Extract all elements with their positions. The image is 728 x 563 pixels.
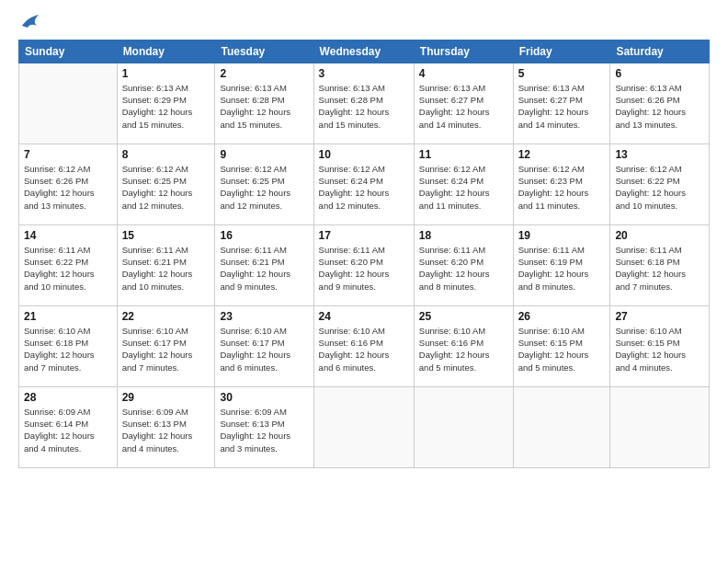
day-number: 27: [615, 310, 704, 323]
calendar-cell: 18Sunrise: 6:11 AM Sunset: 6:20 PM Dayli…: [414, 224, 513, 305]
calendar-cell: 10Sunrise: 6:12 AM Sunset: 6:24 PM Dayli…: [313, 144, 414, 224]
col-header-tuesday: Tuesday: [215, 40, 313, 63]
day-number: 5: [518, 67, 606, 80]
calendar-cell: 21Sunrise: 6:10 AM Sunset: 6:18 PM Dayli…: [19, 305, 118, 386]
calendar-cell: 5Sunrise: 6:13 AM Sunset: 6:27 PM Daylig…: [513, 63, 610, 144]
day-info: Sunrise: 6:10 AM Sunset: 6:16 PM Dayligh…: [419, 325, 508, 373]
calendar-cell: 29Sunrise: 6:09 AM Sunset: 6:13 PM Dayli…: [117, 386, 215, 467]
calendar-cell: 7Sunrise: 6:12 AM Sunset: 6:26 PM Daylig…: [19, 144, 118, 224]
day-number: 28: [24, 391, 112, 404]
day-info: Sunrise: 6:11 AM Sunset: 6:20 PM Dayligh…: [419, 244, 508, 293]
calendar-cell: 11Sunrise: 6:12 AM Sunset: 6:24 PM Dayli…: [414, 144, 513, 224]
day-info: Sunrise: 6:10 AM Sunset: 6:17 PM Dayligh…: [122, 325, 210, 373]
calendar-week-row: 14Sunrise: 6:11 AM Sunset: 6:22 PM Dayli…: [19, 224, 710, 305]
day-info: Sunrise: 6:13 AM Sunset: 6:27 PM Dayligh…: [518, 82, 606, 131]
day-number: 11: [419, 148, 508, 161]
day-info: Sunrise: 6:09 AM Sunset: 6:14 PM Dayligh…: [24, 406, 112, 454]
day-number: 15: [122, 229, 210, 242]
calendar-cell: 30Sunrise: 6:09 AM Sunset: 6:13 PM Dayli…: [215, 386, 313, 467]
day-number: 18: [419, 229, 508, 242]
calendar-cell: [19, 63, 118, 144]
day-number: 8: [122, 148, 210, 161]
calendar-cell: 28Sunrise: 6:09 AM Sunset: 6:14 PM Dayli…: [19, 386, 118, 467]
logo: [18, 14, 40, 30]
day-info: Sunrise: 6:13 AM Sunset: 6:29 PM Dayligh…: [122, 82, 210, 131]
calendar-header-row: SundayMondayTuesdayWednesdayThursdayFrid…: [19, 40, 710, 63]
calendar-cell: 19Sunrise: 6:11 AM Sunset: 6:19 PM Dayli…: [513, 224, 610, 305]
day-number: 13: [615, 148, 704, 161]
calendar-week-row: 28Sunrise: 6:09 AM Sunset: 6:14 PM Dayli…: [19, 386, 710, 467]
calendar-cell: 16Sunrise: 6:11 AM Sunset: 6:21 PM Dayli…: [215, 224, 313, 305]
calendar-cell: [610, 386, 710, 467]
calendar-cell: 9Sunrise: 6:12 AM Sunset: 6:25 PM Daylig…: [215, 144, 313, 224]
day-info: Sunrise: 6:13 AM Sunset: 6:28 PM Dayligh…: [220, 82, 308, 131]
day-number: 30: [220, 391, 308, 404]
day-info: Sunrise: 6:11 AM Sunset: 6:21 PM Dayligh…: [122, 244, 210, 293]
day-number: 3: [319, 67, 409, 80]
day-number: 17: [319, 229, 409, 242]
calendar-cell: [414, 386, 513, 467]
col-header-friday: Friday: [513, 40, 610, 63]
day-info: Sunrise: 6:11 AM Sunset: 6:21 PM Dayligh…: [220, 244, 308, 293]
day-number: 22: [122, 310, 210, 323]
day-number: 2: [220, 67, 308, 80]
day-number: 14: [24, 229, 112, 242]
day-number: 25: [419, 310, 508, 323]
calendar-week-row: 21Sunrise: 6:10 AM Sunset: 6:18 PM Dayli…: [19, 305, 710, 386]
calendar-cell: 8Sunrise: 6:12 AM Sunset: 6:25 PM Daylig…: [117, 144, 215, 224]
calendar-cell: 17Sunrise: 6:11 AM Sunset: 6:20 PM Dayli…: [313, 224, 414, 305]
day-info: Sunrise: 6:10 AM Sunset: 6:16 PM Dayligh…: [319, 325, 409, 373]
calendar-cell: 1Sunrise: 6:13 AM Sunset: 6:29 PM Daylig…: [117, 63, 215, 144]
calendar-cell: 27Sunrise: 6:10 AM Sunset: 6:15 PM Dayli…: [610, 305, 710, 386]
calendar-cell: 23Sunrise: 6:10 AM Sunset: 6:17 PM Dayli…: [215, 305, 313, 386]
calendar-week-row: 7Sunrise: 6:12 AM Sunset: 6:26 PM Daylig…: [19, 144, 710, 224]
calendar-cell: 26Sunrise: 6:10 AM Sunset: 6:15 PM Dayli…: [513, 305, 610, 386]
header: [18, 14, 710, 30]
calendar-cell: 22Sunrise: 6:10 AM Sunset: 6:17 PM Dayli…: [117, 305, 215, 386]
calendar-cell: [313, 386, 414, 467]
day-info: Sunrise: 6:12 AM Sunset: 6:26 PM Dayligh…: [24, 163, 112, 212]
calendar-cell: 14Sunrise: 6:11 AM Sunset: 6:22 PM Dayli…: [19, 224, 118, 305]
col-header-wednesday: Wednesday: [313, 40, 414, 63]
day-info: Sunrise: 6:12 AM Sunset: 6:24 PM Dayligh…: [319, 163, 409, 212]
col-header-sunday: Sunday: [19, 40, 118, 63]
day-info: Sunrise: 6:11 AM Sunset: 6:20 PM Dayligh…: [319, 244, 409, 293]
day-number: 16: [220, 229, 308, 242]
day-number: 1: [122, 67, 210, 80]
calendar-cell: 24Sunrise: 6:10 AM Sunset: 6:16 PM Dayli…: [313, 305, 414, 386]
day-info: Sunrise: 6:09 AM Sunset: 6:13 PM Dayligh…: [122, 406, 210, 454]
day-number: 21: [24, 310, 112, 323]
calendar-cell: 2Sunrise: 6:13 AM Sunset: 6:28 PM Daylig…: [215, 63, 313, 144]
calendar-cell: 3Sunrise: 6:13 AM Sunset: 6:28 PM Daylig…: [313, 63, 414, 144]
logo-text: [18, 14, 40, 32]
calendar-cell: 25Sunrise: 6:10 AM Sunset: 6:16 PM Dayli…: [414, 305, 513, 386]
col-header-saturday: Saturday: [610, 40, 710, 63]
calendar-cell: 6Sunrise: 6:13 AM Sunset: 6:26 PM Daylig…: [610, 63, 710, 144]
day-info: Sunrise: 6:13 AM Sunset: 6:28 PM Dayligh…: [319, 82, 409, 131]
day-number: 9: [220, 148, 308, 161]
day-info: Sunrise: 6:12 AM Sunset: 6:24 PM Dayligh…: [419, 163, 508, 212]
day-number: 20: [615, 229, 704, 242]
day-info: Sunrise: 6:12 AM Sunset: 6:22 PM Dayligh…: [615, 163, 704, 212]
day-number: 19: [518, 229, 606, 242]
day-info: Sunrise: 6:11 AM Sunset: 6:18 PM Dayligh…: [615, 244, 704, 293]
day-number: 29: [122, 391, 210, 404]
day-info: Sunrise: 6:13 AM Sunset: 6:26 PM Dayligh…: [615, 82, 704, 131]
day-number: 24: [319, 310, 409, 323]
col-header-monday: Monday: [117, 40, 215, 63]
day-number: 10: [319, 148, 409, 161]
logo-bird-icon: [20, 13, 40, 29]
day-info: Sunrise: 6:11 AM Sunset: 6:19 PM Dayligh…: [518, 244, 606, 293]
calendar-cell: 4Sunrise: 6:13 AM Sunset: 6:27 PM Daylig…: [414, 63, 513, 144]
day-info: Sunrise: 6:12 AM Sunset: 6:25 PM Dayligh…: [220, 163, 308, 212]
day-number: 7: [24, 148, 112, 161]
day-info: Sunrise: 6:10 AM Sunset: 6:15 PM Dayligh…: [615, 325, 704, 373]
day-info: Sunrise: 6:10 AM Sunset: 6:15 PM Dayligh…: [518, 325, 606, 373]
calendar-table: SundayMondayTuesdayWednesdayThursdayFrid…: [18, 40, 710, 468]
calendar-cell: 15Sunrise: 6:11 AM Sunset: 6:21 PM Dayli…: [117, 224, 215, 305]
day-info: Sunrise: 6:12 AM Sunset: 6:23 PM Dayligh…: [518, 163, 606, 212]
col-header-thursday: Thursday: [414, 40, 513, 63]
calendar-cell: 20Sunrise: 6:11 AM Sunset: 6:18 PM Dayli…: [610, 224, 710, 305]
day-info: Sunrise: 6:13 AM Sunset: 6:27 PM Dayligh…: [419, 82, 508, 131]
day-number: 23: [220, 310, 308, 323]
